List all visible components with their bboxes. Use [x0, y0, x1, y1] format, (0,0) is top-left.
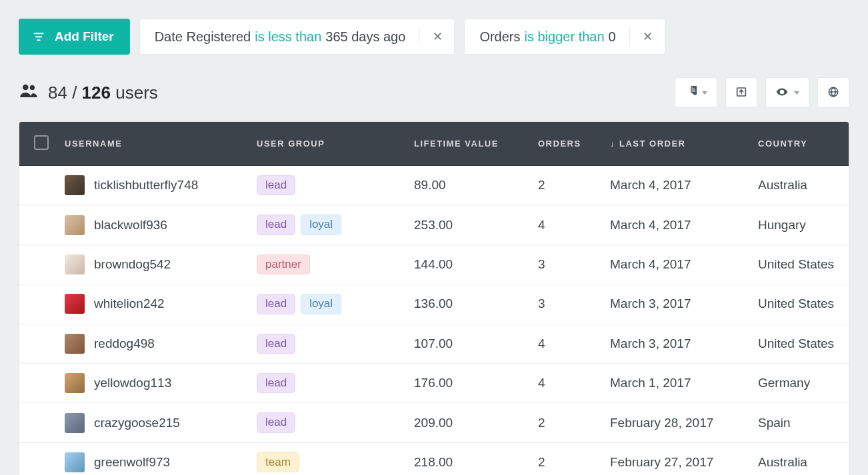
- cell-user-group: team: [247, 442, 405, 475]
- filter-field: Orders: [479, 29, 520, 45]
- cell-lifetime-value: 144.00: [405, 244, 529, 284]
- user-group-tag: loyal: [301, 215, 341, 235]
- cell-last-order: March 4, 2017: [601, 166, 749, 205]
- cell-user-group: lead: [247, 403, 405, 442]
- table-row[interactable]: crazygoose215lead209.002February 28, 201…: [19, 403, 849, 442]
- avatar: [65, 373, 85, 393]
- filter-icon: [32, 30, 45, 43]
- col-orders[interactable]: ORDERS: [529, 122, 601, 166]
- count-total: 126: [82, 83, 111, 103]
- username: yellowdog113: [94, 376, 171, 390]
- user-group-tag: lead: [257, 412, 295, 432]
- table-row[interactable]: blackwolf936leadloyal253.004March 4, 201…: [19, 205, 849, 244]
- table-row[interactable]: reddog498lead107.004March 3, 2017United …: [19, 324, 849, 363]
- username: browndog542: [94, 257, 171, 272]
- cell-orders: 2: [529, 403, 601, 442]
- cell-user-group: lead: [247, 324, 405, 363]
- filter-field: Date Registered: [155, 29, 251, 45]
- user-group-tag: lead: [257, 175, 295, 195]
- cell-user-group: partner: [247, 244, 405, 284]
- select-all-checkbox[interactable]: [34, 135, 49, 150]
- username: blackwolf936: [94, 218, 167, 233]
- avatar: [65, 294, 85, 314]
- svg-point-4: [30, 85, 35, 89]
- svg-point-6: [781, 91, 783, 93]
- cell-lifetime-value: 107.00: [405, 324, 529, 363]
- col-lifetime-value[interactable]: LIFETIME VALUE: [405, 122, 529, 166]
- filter-operator: is less than: [255, 29, 321, 45]
- cell-last-order: February 28, 2017: [601, 403, 749, 442]
- globe-icon: [827, 86, 839, 100]
- table-toolbar: [675, 77, 849, 108]
- username: reddog498: [94, 336, 155, 351]
- cell-orders: 3: [529, 284, 601, 324]
- username: whitelion242: [94, 296, 165, 311]
- avatar: [65, 452, 85, 472]
- cell-orders: 3: [529, 244, 601, 284]
- table-row[interactable]: browndog542partner144.003March 4, 2017Un…: [19, 244, 849, 284]
- count-noun: users: [111, 83, 158, 103]
- sort-desc-icon: ↓: [610, 139, 615, 149]
- user-group-tag: lead: [257, 215, 295, 235]
- result-count: 84 / 126 users: [19, 81, 158, 105]
- cell-user-group: lead: [247, 363, 405, 402]
- filter-value: 0: [609, 29, 616, 45]
- col-username[interactable]: USERNAME: [55, 122, 247, 166]
- visibility-button[interactable]: [765, 77, 809, 108]
- col-user-group[interactable]: USER GROUP: [247, 122, 405, 166]
- username: greenwolf973: [94, 455, 170, 470]
- cell-country: United States: [749, 244, 849, 284]
- user-group-tag: lead: [257, 373, 295, 393]
- avatar: [65, 215, 85, 235]
- table-header-row: USERNAME USER GROUP LIFETIME VALUE ORDER…: [19, 122, 849, 166]
- table-row[interactable]: yellowdog113lead176.004March 1, 2017Germ…: [19, 363, 849, 402]
- cell-country: Germany: [749, 363, 849, 402]
- chart-button[interactable]: [675, 77, 717, 108]
- eye-icon: [775, 85, 789, 101]
- cell-country: United States: [749, 284, 849, 324]
- cell-country: Spain: [749, 403, 849, 442]
- cell-country: United States: [749, 324, 849, 363]
- close-icon[interactable]: ✕: [431, 29, 443, 44]
- user-group-tag: lead: [257, 334, 295, 354]
- pie-chart-icon: [685, 86, 697, 100]
- cell-user-group: leadloyal: [247, 284, 405, 324]
- user-group-tag: lead: [257, 294, 295, 314]
- cell-orders: 4: [529, 205, 601, 244]
- username: ticklishbutterfly748: [94, 178, 198, 193]
- add-filter-label: Add Filter: [55, 29, 114, 44]
- cell-user-group: leadloyal: [247, 205, 405, 244]
- user-group-tag: loyal: [301, 294, 341, 314]
- cell-last-order: March 3, 2017: [601, 284, 749, 324]
- export-icon: [735, 86, 747, 100]
- cell-country: Australia: [749, 442, 849, 475]
- cell-lifetime-value: 218.00: [405, 442, 529, 475]
- filter-chip[interactable]: Orders is bigger than 0✕: [464, 19, 665, 55]
- export-button[interactable]: [725, 77, 757, 108]
- avatar: [65, 175, 85, 195]
- table-row[interactable]: greenwolf973team218.002February 27, 2017…: [19, 442, 849, 475]
- cell-country: Australia: [749, 166, 849, 205]
- caret-down-icon: [794, 91, 799, 95]
- add-filter-button[interactable]: Add Filter: [19, 19, 130, 55]
- cell-lifetime-value: 209.00: [405, 403, 529, 442]
- globe-button[interactable]: [817, 77, 849, 108]
- cell-user-group: lead: [247, 166, 405, 205]
- filter-chip[interactable]: Date Registered is less than 365 days ag…: [139, 19, 455, 55]
- avatar: [65, 254, 85, 274]
- close-icon[interactable]: ✕: [642, 29, 654, 44]
- cell-country: Hungary: [749, 205, 849, 244]
- caret-down-icon: [702, 91, 707, 95]
- col-last-order[interactable]: ↓LAST ORDER: [601, 122, 749, 166]
- username: crazygoose215: [94, 416, 180, 430]
- cell-lifetime-value: 136.00: [405, 284, 529, 324]
- filter-value: 365 days ago: [325, 29, 405, 45]
- cell-orders: 4: [529, 363, 601, 402]
- col-country[interactable]: COUNTRY: [749, 122, 849, 166]
- filter-operator: is bigger than: [525, 29, 605, 45]
- table-row[interactable]: ticklishbutterfly748lead89.002March 4, 2…: [19, 166, 849, 205]
- table-row[interactable]: whitelion242leadloyal136.003March 3, 201…: [19, 284, 849, 324]
- cell-lifetime-value: 176.00: [405, 363, 529, 402]
- cell-orders: 2: [529, 166, 601, 205]
- count-filtered: 84: [48, 83, 67, 103]
